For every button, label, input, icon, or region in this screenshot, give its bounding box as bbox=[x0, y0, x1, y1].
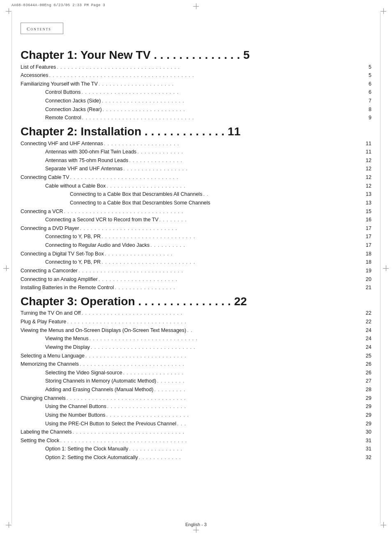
entry-text: Installing Batteries in the Remote Contr… bbox=[21, 283, 114, 292]
entry-page: 30 bbox=[366, 428, 371, 436]
entry-text: Option 2: Setting the Clock Automaticall… bbox=[45, 453, 138, 462]
entry-text: Connecting a VCR bbox=[21, 207, 63, 216]
toc-entry: List of Features . . . . . . . . . . . .… bbox=[21, 63, 371, 72]
entry-page: 32 bbox=[366, 453, 371, 462]
entry-text: Selecting a Menu Language bbox=[21, 352, 85, 360]
contents-box: Contents bbox=[21, 23, 63, 34]
entry-text: Connecting a DVD Player bbox=[21, 224, 79, 233]
contents-title: Contents bbox=[27, 26, 51, 31]
entry-page: 12 bbox=[366, 156, 371, 165]
entry-text: Storing Channels in Memory (Automatic Me… bbox=[45, 377, 156, 385]
entry-page: 9 bbox=[369, 114, 371, 122]
chapter-title-text: Chapter 3: Operation . . . . . . . . . .… bbox=[21, 295, 247, 308]
entry-dots: . . . . . . . . . . . . . . . . . . . . … bbox=[107, 402, 365, 411]
entry-page: 27 bbox=[366, 377, 371, 385]
entry-page: 29 bbox=[366, 420, 371, 428]
entry-dots: . . . . . . . . . . . . . . . . . . . . … bbox=[91, 343, 365, 352]
toc-entry: Connecting a Second VCR to Record from t… bbox=[45, 216, 371, 224]
entry-text: Connecting to Regular Audio and Video Ja… bbox=[45, 241, 150, 250]
entry-dots: . . . . . . . . . . . . . . . . . . . . … bbox=[81, 88, 368, 97]
entry-dots: . . . . . . . . . . . . . . . . . . . . … bbox=[57, 63, 368, 72]
entry-text: Separate VHF and UHF Antennas bbox=[45, 165, 122, 173]
entry-dots: . . . . . . . . . . . . . . . . . . . . … bbox=[67, 394, 365, 403]
file-header: AA68-03644A-00Eng 6/23/05 2:33 PM Page 3 bbox=[12, 3, 105, 7]
entry-page: 29 bbox=[366, 394, 371, 403]
entry-dots: . . . . . . . . . . . . . . . . . . . . … bbox=[72, 428, 365, 436]
entry-page: 5 bbox=[369, 63, 371, 72]
entry-page: 22 bbox=[366, 309, 371, 318]
entry-text: Memorizing the Channels bbox=[21, 360, 79, 369]
entry-page: 15 bbox=[366, 207, 371, 216]
entry-text: Using the Channel Buttons bbox=[45, 402, 106, 411]
entry-page: 11 bbox=[366, 148, 371, 156]
toc-entry: Memorizing the Channels . . . . . . . . … bbox=[21, 360, 371, 369]
entry-text: Labeling the Channels bbox=[21, 428, 71, 436]
entry-dots: . . . . . . . . . . . . . . . . . . . . … bbox=[85, 352, 365, 360]
entry-dots: . . . . . . . . . . . . . . . . . . . . … bbox=[80, 360, 365, 369]
toc-entry: Option 2: Setting the Clock Automaticall… bbox=[45, 453, 371, 462]
toc-entry: Connecting to a Cable Box that Descrambl… bbox=[70, 199, 371, 207]
entry-dots: . . . . . . . . . . . . . bbox=[137, 148, 365, 156]
entry-dots: . . . . . . . . . . . . . . . . . . . . … bbox=[104, 139, 365, 148]
toc-entry: Connecting to a Cable Box that Descrambl… bbox=[70, 190, 371, 199]
toc-entry: Connecting a VCR . . . . . . . . . . . .… bbox=[21, 207, 371, 216]
side-right-mark bbox=[383, 265, 389, 271]
entry-text: Connecting VHF and UHF Antennas bbox=[21, 139, 103, 148]
entry-dots: . . . . . . . . . . . . . . . . . . . . … bbox=[106, 182, 365, 190]
toc-entry: Connecting to Regular Audio and Video Ja… bbox=[45, 241, 371, 250]
entry-dots: . . . . . . . . . . . . . . . . . . . . … bbox=[106, 411, 365, 420]
toc-entry: Control Buttons . . . . . . . . . . . . … bbox=[45, 88, 371, 97]
toc-entry: Connecting to an Analog Amplifier . . . … bbox=[21, 275, 371, 284]
entry-page: 28 bbox=[366, 385, 371, 394]
entry-page: 5 bbox=[369, 71, 371, 80]
entry-text: Remote Control bbox=[45, 114, 81, 122]
toc-entry: Remote Control . . . . . . . . . . . . .… bbox=[45, 114, 371, 122]
toc-entry: Connection Jacks (Side) . . . . . . . . … bbox=[45, 97, 371, 105]
footer-text: English - 3 bbox=[185, 522, 207, 527]
entry-dots: . . . . . . . . . . . . . . . . . bbox=[123, 369, 365, 377]
entry-page: 12 bbox=[366, 173, 371, 182]
entry-page: 31 bbox=[366, 436, 371, 445]
toc-entry: Plug & Play Feature . . . . . . . . . . … bbox=[21, 318, 371, 326]
toc-entry: Changing Channels . . . . . . . . . . . … bbox=[21, 394, 371, 403]
toc-entry: Viewing the Display . . . . . . . . . . … bbox=[45, 343, 371, 352]
entry-page: 19 bbox=[366, 267, 371, 275]
content-area: Contents Chapter 1: Your New TV . . . . … bbox=[21, 23, 371, 515]
entry-dots: . . . . . . . . . . . . . . . . . bbox=[115, 283, 365, 292]
entry-text: Using the Number Buttons bbox=[45, 411, 106, 420]
entry-text: Connecting to a Cable Box that Descrambl… bbox=[70, 190, 202, 199]
toc-entry: Connecting Cable TV . . . . . . . . . . … bbox=[21, 173, 371, 182]
border-right bbox=[380, 12, 380, 524]
entry-page: 29 bbox=[366, 411, 371, 420]
entry-page: 31 bbox=[366, 445, 371, 453]
toc-container: Chapter 1: Your New TV . . . . . . . . .… bbox=[21, 48, 371, 462]
entry-dots: . . . . . . . . . . . . bbox=[139, 453, 365, 462]
toc-entry: Using the PRE-CH Button to Select the Pr… bbox=[45, 420, 371, 428]
entry-text: Connecting Cable TV bbox=[21, 173, 69, 182]
corner-mark-tl bbox=[6, 8, 12, 14]
entry-page: 29 bbox=[366, 402, 371, 411]
corner-mark-tr bbox=[380, 8, 386, 14]
entry-page: 26 bbox=[366, 360, 371, 369]
entry-page: 12 bbox=[366, 182, 371, 190]
chapter-heading-ch2: Chapter 2: Installation . . . . . . . . … bbox=[21, 125, 371, 139]
entry-dots: . . . . . . . . . . . . . . . bbox=[129, 156, 365, 165]
entry-page: 24 bbox=[366, 326, 371, 335]
entry-page: 24 bbox=[366, 334, 371, 343]
toc-entry: Using the Number Buttons . . . . . . . .… bbox=[45, 411, 371, 420]
entry-dots: . . . . . . . . . . . . . . . . . . . . … bbox=[101, 232, 365, 241]
toc-entry: Setting the Clock . . . . . . . . . . . … bbox=[21, 436, 371, 445]
entry-page: 13 bbox=[366, 190, 371, 199]
entry-page: 7 bbox=[369, 97, 371, 105]
chapter-heading-ch3: Chapter 3: Operation . . . . . . . . . .… bbox=[21, 295, 371, 309]
entry-dots: . . . . . . . . . . . . . . . . . . . bbox=[105, 250, 365, 258]
toc-entry: Cable without a Cable Box . . . . . . . … bbox=[45, 182, 371, 190]
entry-dots: . . . . . . . . . . . . . . . . . . . . … bbox=[70, 173, 365, 182]
entry-page: 25 bbox=[366, 352, 371, 360]
toc-entry: Antennas with 300-ohm Flat Twin Leads . … bbox=[45, 148, 371, 156]
entry-text: Connection Jacks (Side) bbox=[45, 97, 101, 105]
entry-dots: . . . . . . . . . . . . . . . . . . . . … bbox=[64, 207, 365, 216]
entry-page: 8 bbox=[369, 105, 371, 114]
entry-dots: . . . . . . . . . . bbox=[150, 241, 365, 250]
entry-text: Option 1: Setting the Clock Manually bbox=[45, 445, 128, 453]
